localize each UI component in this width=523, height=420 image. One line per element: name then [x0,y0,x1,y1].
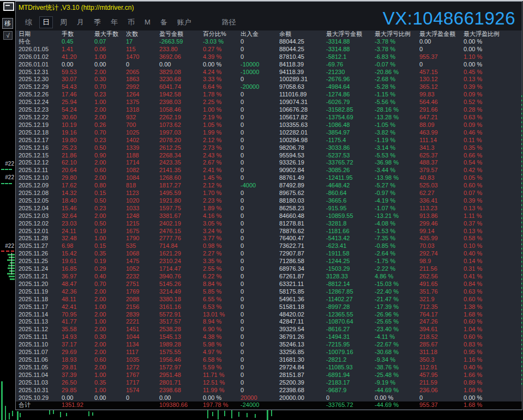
table-row[interactable]: 2025.11.2048.470.7027515145.268.84 %0633… [16,281,522,288]
cell: 73622.71 [279,242,326,250]
cell: 1052 [126,265,159,273]
table-row[interactable]: 2025.12.1521.860.9011882268.342.43 %0955… [16,152,522,160]
table-row[interactable]: 2025.11.2136.970.4022323940.766.22 %0672… [16,273,522,281]
cell: 2025.12.08 [19,190,62,197]
cell: 1248 [126,212,159,220]
table-row[interactable]: 2025.12.3030.070.3018633230.683.33 %0100… [16,76,522,83]
table-row[interactable]: 2025.12.0814.320.1511231495.591.70 %0896… [16,190,522,197]
table-row[interactable]: 2025.11.1470.952.0028395572.9113.01 %048… [16,311,522,319]
table-total-row[interactable]: 合计1351.92109380.66197.78 %-24000-33765.7… [16,401,522,409]
cell: 2025.12.12 [19,159,62,167]
cell: 29.81 [62,364,94,372]
cell: 0.00 % [464,38,522,46]
cell: -9687.9 [326,387,375,394]
table-row[interactable]: 2025.12.1719.800.2314022078.202.12 %0100… [16,137,522,144]
table-row[interactable]: 2025.12.0124.110.1916752476.153.24 %0788… [16,228,522,235]
cell: 0.89 % [464,379,522,387]
cell: 299.46 [419,220,464,228]
cell: 1714.47 [159,265,203,273]
column-header: 百分比% [203,31,241,38]
cell: 1.04 % [464,326,522,333]
table-row[interactable]: 2025.11.1341.771.0022213517.578.94 %0428… [16,318,522,326]
table-row[interactable]: 2025.11.1114.930.3010441545.134.38 %0367… [16,333,522,341]
table-row[interactable]: 2025.12.1910.190.267001073.621.05 %01033… [16,121,522,129]
table-row[interactable]: 2025.11.2519.610.1914752310.243.35 %0712… [16,258,522,265]
table-row[interactable]: 2025.11.276.980.15535714.840.98 %073622.… [16,242,522,250]
cell: 1351.92 [62,401,94,409]
table-row[interactable]: 2025.12.0332.642.0012483381.674.16 %0846… [16,212,522,220]
cell: 0.70 [94,281,126,288]
move-button[interactable]: 移 [2,18,13,29]
table-row[interactable]: 2025.11.0729.692.0011171575.554.97 %0332… [16,349,522,356]
background-price-dash-line [521,95,522,387]
table-row[interactable]: 2025.12.3159.532.0020653829.084.24 %-100… [16,69,522,76]
table-row[interactable]: 2025.11.0326.500.3517172801.7112.51 %025… [16,379,522,387]
table-row[interactable]: 2025.11.2615.420.3510681621.292.27 %0729… [16,250,522,258]
table-row[interactable]: 2025.12.1029.802.0010841268.601.45 %0887… [16,174,522,182]
table-row[interactable]: 2025.12.0223.030.5012152402.193.05 %0812… [16,220,522,228]
menu-item-5[interactable]: 年 [108,17,121,28]
menu-item-3[interactable]: 月 [74,17,87,28]
cell: 262.56 [419,273,464,281]
cell: 30.60 [62,114,94,121]
table-row[interactable]: 2025.12.0415.460.2310331597.751.89 %0862… [16,205,522,212]
table-row[interactable]: 2026.01.010.000.0000.000.00 %-1000084118… [16,61,522,69]
table-row[interactable]: 持仓0.450.0717-2663.59-3.03 %088044.25-331… [16,38,522,46]
table-row[interactable]: 2025.12.1262.102.0017142423.352.67 %0933… [16,159,522,167]
cell: 0.06 [94,46,126,53]
table-row[interactable]: 2025.10.290.000.0000.000.00 %2000020000.… [16,394,522,402]
table-row[interactable]: 2026.01.051.410.06115233.800.27 %088044.… [16,46,522,53]
cell: 236.06 [419,387,464,394]
cell: 93326.19 [279,159,326,167]
table-row[interactable]: 2025.12.2425.941.0013752398.032.25 %0109… [16,99,522,106]
table-row[interactable]: 2025.11.1742.411.0021563161.166.53 %0515… [16,303,522,311]
table-row[interactable]: 2025.12.2230.602.009322262.192.19 %01056… [16,114,522,121]
table-row[interactable]: 2025.11.0618.930.6010351956.466.58 %0316… [16,356,522,364]
table-row[interactable]: 2025.11.2416.850.2910521714.472.55 %0689… [16,265,522,273]
menu-item-6[interactable]: 币 [125,17,137,28]
cell: 0 [241,137,279,144]
cell: 100284.98 [279,137,326,144]
table-row[interactable]: 2025.11.0437.391.0017672951.4811.71 %028… [16,372,522,379]
cell: 4.86 % [375,273,419,281]
cell: 6.22 % [203,273,241,281]
table-row[interactable]: 2025.12.1120.640.6010822141.352.41 %0909… [16,167,522,174]
table-row[interactable]: 2025.12.2354.242.0013181058.461.00 %0106… [16,106,522,114]
table-row[interactable]: 2025.11.0529.812.0012721572.975.59 %0297… [16,364,522,372]
table-row[interactable]: 2025.11.2832.481.0017902777.763.77 %0764… [16,235,522,242]
cell: 2.00 [94,296,126,303]
table-row[interactable]: 2025.12.1819.160.7010251997.031.99 %0102… [16,129,522,137]
table-row[interactable]: 2025.12.0917.620.808181817.272.12 %-4000… [16,182,522,190]
menu-item-1[interactable]: 日 [39,16,53,28]
cell: 2.00 [94,341,126,349]
cell: -1244.25 [326,258,375,265]
table-row[interactable]: 2025.11.1942.362.0017693214.495.85 %0581… [16,288,522,296]
menu-item-10[interactable]: 路径 [219,17,239,28]
cell: 0.39 % [464,197,522,205]
cell: 0.40 % [464,364,522,372]
table-row[interactable]: 2025.10.3129.851.0015742398.6811.99 %022… [16,387,522,394]
column-header: 最大浮盈金额 [419,31,464,38]
table-row[interactable]: 2025.11.1037.172.0011341989.285.98 %0352… [16,341,522,349]
table-row[interactable]: 2025.12.2954.430.7029926041.746.64 %-200… [16,83,522,91]
cell: 89675.62 [279,190,326,197]
table-row[interactable]: 2026.01.0241.201.0014703692.064.39 %0878… [16,53,522,61]
cell: 103355.63 [279,121,326,129]
menu-item-7[interactable]: M [142,17,153,27]
menu-item-0[interactable]: 综 [22,17,35,28]
table-row[interactable]: 2025.12.1625.230.5013392612.252.73 %0982… [16,144,522,152]
table-row[interactable]: 2025.12.0518.400.5010201921.802.23 %0881… [16,197,522,205]
menu-item-4[interactable]: 季 [91,17,104,28]
cell: 1073.62 [159,121,203,129]
order-dash-line [1,183,12,184]
table-row[interactable]: 2025.12.2617.460.2312641942.581.78 %0111… [16,91,522,99]
menu-item-8[interactable]: 备 [158,17,170,28]
table-row[interactable]: 2025.11.1235.582.0014512538.286.90 %0393… [16,326,522,333]
table-row[interactable]: 2025.11.1848.112.0020883380.186.55 %0549… [16,296,522,303]
cell: 0.19 [94,258,126,265]
cell: 2141.35 [159,167,203,174]
check-button[interactable]: √ [3,31,13,40]
cell: 2.25 % [203,99,241,106]
menu-item-2[interactable]: 周 [57,17,70,28]
menu-item-9[interactable]: 账户 [175,17,194,28]
